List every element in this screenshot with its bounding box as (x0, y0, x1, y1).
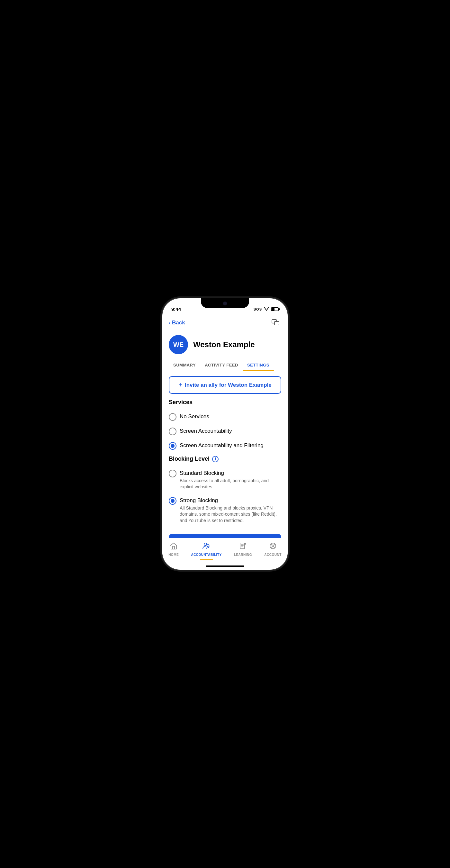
avatar-initials: WE (173, 341, 184, 348)
home-indicator (206, 565, 244, 567)
invite-plus-icon: + (179, 381, 182, 389)
service-label-no-services: No Services (180, 413, 209, 421)
accountability-icon (202, 542, 211, 552)
services-section: Services No Services Screen Accountabili… (162, 399, 288, 453)
blocking-option-strong[interactable]: Strong Blocking All Standard Blocking an… (169, 494, 281, 527)
blocking-standard-content: Standard Blocking Blocks access to all a… (180, 469, 281, 490)
svg-rect-1 (275, 321, 279, 325)
service-option-no-services[interactable]: No Services (169, 409, 281, 424)
blocking-level-header: Blocking Level i (169, 456, 281, 462)
battery-icon (271, 307, 279, 311)
chat-button[interactable] (270, 317, 281, 329)
back-chevron-icon: ‹ (169, 319, 171, 326)
service-label-screen-accountability: Screen Accountability (180, 427, 232, 435)
svg-point-2 (204, 543, 207, 546)
radio-screen-accountability-filtering (169, 442, 176, 450)
profile-section: WE Weston Example (162, 333, 288, 360)
custom-website-list-button[interactable]: Custom Website List › (169, 534, 281, 538)
nav-accountability-label: ACCOUNTABILITY (191, 553, 222, 557)
avatar: WE (169, 335, 188, 354)
phone-frame: 9:44 SOS (162, 298, 288, 570)
back-button[interactable]: ‹ Back (169, 319, 185, 326)
account-icon (269, 542, 277, 552)
nav-account-label: ACCOUNT (264, 553, 282, 557)
radio-standard-blocking (169, 470, 176, 477)
nav-home[interactable]: HOME (163, 541, 184, 558)
tabs-bar: SUMMARY ACTIVITY FEED SETTINGS (162, 360, 288, 371)
camera-dot (223, 302, 227, 305)
radio-strong-blocking (169, 497, 176, 505)
blocking-strong-content: Strong Blocking All Standard Blocking an… (180, 497, 281, 524)
blocking-standard-desc: Blocks access to all adult, pornographic… (180, 478, 281, 490)
radio-no-services (169, 413, 176, 421)
blocking-standard-label: Standard Blocking (180, 470, 224, 476)
battery-fill (272, 308, 275, 311)
service-label-screen-accountability-filtering: Screen Accountability and Filtering (180, 442, 264, 450)
page-header: ‹ Back (162, 314, 288, 333)
radio-screen-accountability (169, 428, 176, 435)
nav-learning-label: LEARNING (234, 553, 252, 557)
tab-settings[interactable]: SETTINGS (243, 360, 274, 371)
blocking-info-icon[interactable]: i (212, 456, 219, 462)
blocking-strong-desc: All Standard Blocking and blocks proxies… (180, 505, 281, 524)
status-time: 9:44 (171, 306, 181, 312)
phone-screen: 9:44 SOS (162, 298, 288, 570)
nav-home-label: HOME (168, 553, 179, 557)
sos-indicator: SOS (254, 307, 262, 311)
blocking-level-title: Blocking Level (169, 456, 210, 462)
invite-ally-button[interactable]: + Invite an ally for Weston Example (169, 376, 281, 394)
learning-icon (239, 542, 247, 552)
svg-point-7 (272, 545, 274, 547)
blocking-strong-label: Strong Blocking (180, 497, 218, 503)
back-label: Back (172, 319, 185, 326)
invite-ally-label: Invite an ally for Weston Example (185, 382, 271, 389)
home-icon (170, 542, 178, 552)
nav-learning[interactable]: LEARNING (229, 541, 257, 558)
notch (201, 298, 249, 308)
blocking-level-section: Blocking Level i Standard Blocking Block… (162, 456, 288, 527)
status-icons: SOS (254, 307, 279, 312)
blocking-option-standard[interactable]: Standard Blocking Blocks access to all a… (169, 466, 281, 494)
main-content: ‹ Back WE Weston Example (162, 314, 288, 538)
service-option-screen-accountability-filtering[interactable]: Screen Accountability and Filtering (169, 438, 281, 453)
nav-account[interactable]: ACCOUNT (259, 541, 287, 558)
services-title: Services (169, 399, 281, 406)
profile-name: Weston Example (193, 340, 255, 349)
wifi-icon (264, 307, 269, 312)
tab-summary[interactable]: SUMMARY (169, 360, 200, 371)
bottom-nav: HOME ACCOUNTABILITY (162, 538, 288, 564)
svg-point-3 (207, 544, 209, 547)
tab-activity-feed[interactable]: ACTIVITY FEED (200, 360, 243, 371)
nav-accountability[interactable]: ACCOUNTABILITY (186, 541, 227, 558)
service-option-screen-accountability[interactable]: Screen Accountability (169, 424, 281, 438)
